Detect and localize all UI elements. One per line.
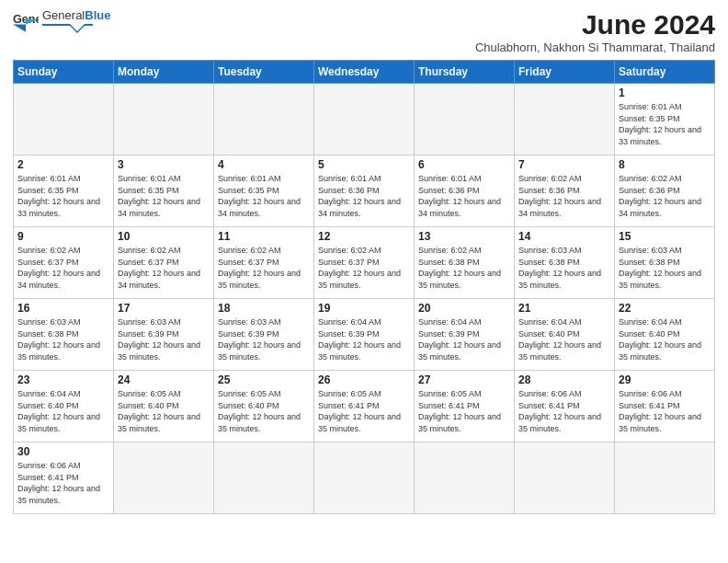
day-6: 6 Sunrise: 6:01 AMSunset: 6:36 PMDayligh… (415, 155, 515, 227)
day-25: 25 Sunrise: 6:05 AMSunset: 6:40 PMDaylig… (214, 371, 314, 442)
svg-marker-3 (42, 24, 93, 33)
day-1: 1 Sunrise: 6:01 AM Sunset: 6:35 PM Dayli… (615, 84, 715, 155)
day-12: 12 Sunrise: 6:02 AMSunset: 6:37 PMDaylig… (314, 227, 415, 299)
week-row-3: 9 Sunrise: 6:02 AMSunset: 6:37 PMDayligh… (14, 227, 715, 299)
calendar-table: Sunday Monday Tuesday Wednesday Thursday… (13, 60, 715, 514)
day-8: 8 Sunrise: 6:02 AMSunset: 6:36 PMDayligh… (615, 155, 715, 227)
header-saturday: Saturday (615, 61, 715, 84)
header-monday: Monday (114, 61, 214, 84)
day-17: 17 Sunrise: 6:03 AMSunset: 6:39 PMDaylig… (114, 299, 214, 371)
empty-cell (214, 84, 314, 155)
day-19: 19 Sunrise: 6:04 AMSunset: 6:39 PMDaylig… (314, 299, 415, 371)
day-10: 10 Sunrise: 6:02 AMSunset: 6:37 PMDaylig… (114, 227, 214, 299)
empty-cell (114, 442, 214, 514)
day-30: 30 Sunrise: 6:06 AMSunset: 6:41 PMDaylig… (14, 442, 114, 514)
empty-cell (615, 442, 715, 514)
header-thursday: Thursday (415, 61, 515, 84)
week-row-4: 16 Sunrise: 6:03 AMSunset: 6:38 PMDaylig… (14, 299, 715, 371)
header-tuesday: Tuesday (214, 61, 314, 84)
day-21: 21 Sunrise: 6:04 AMSunset: 6:40 PMDaylig… (515, 299, 615, 371)
svg-marker-1 (13, 25, 26, 32)
page: General GeneralBlue June 2024 Chulabhorn… (0, 0, 728, 523)
day-28: 28 Sunrise: 6:06 AMSunset: 6:41 PMDaylig… (515, 371, 615, 442)
empty-cell (314, 84, 415, 155)
day-29: 29 Sunrise: 6:06 AMSunset: 6:41 PMDaylig… (615, 371, 715, 442)
day-2: 2 Sunrise: 6:01 AMSunset: 6:35 PMDayligh… (14, 155, 114, 227)
day-4: 4 Sunrise: 6:01 AMSunset: 6:35 PMDayligh… (214, 155, 314, 227)
day-14: 14 Sunrise: 6:03 AMSunset: 6:38 PMDaylig… (515, 227, 615, 299)
day-11: 11 Sunrise: 6:02 AMSunset: 6:37 PMDaylig… (214, 227, 314, 299)
weekday-header-row: Sunday Monday Tuesday Wednesday Thursday… (14, 61, 715, 84)
subtitle: Chulabhorn, Nakhon Si Thammarat, Thailan… (475, 40, 715, 54)
logo: General GeneralBlue (13, 9, 110, 37)
day-24: 24 Sunrise: 6:05 AMSunset: 6:40 PMDaylig… (114, 371, 214, 442)
empty-cell (515, 442, 615, 514)
day-22: 22 Sunrise: 6:04 AMSunset: 6:40 PMDaylig… (615, 299, 715, 371)
month-title: June 2024 (475, 9, 715, 40)
empty-cell (515, 84, 615, 155)
header-sunday: Sunday (14, 61, 114, 84)
logo-underline-icon (42, 20, 93, 33)
day-16: 16 Sunrise: 6:03 AMSunset: 6:38 PMDaylig… (14, 299, 114, 371)
empty-cell (415, 84, 515, 155)
empty-cell (14, 84, 114, 155)
day-13: 13 Sunrise: 6:02 AMSunset: 6:38 PMDaylig… (415, 227, 515, 299)
empty-cell (114, 84, 214, 155)
day-18: 18 Sunrise: 6:03 AMSunset: 6:39 PMDaylig… (214, 299, 314, 371)
empty-cell (214, 442, 314, 514)
empty-cell (415, 442, 515, 514)
day-26: 26 Sunrise: 6:05 AMSunset: 6:41 PMDaylig… (314, 371, 415, 442)
title-area: June 2024 Chulabhorn, Nakhon Si Thammara… (475, 9, 715, 54)
header: General GeneralBlue June 2024 Chulabhorn… (13, 9, 715, 54)
week-row-1: 1 Sunrise: 6:01 AM Sunset: 6:35 PM Dayli… (14, 84, 715, 155)
day-27: 27 Sunrise: 6:05 AMSunset: 6:41 PMDaylig… (415, 371, 515, 442)
day-15: 15 Sunrise: 6:03 AMSunset: 6:38 PMDaylig… (615, 227, 715, 299)
header-friday: Friday (515, 61, 615, 84)
day-23: 23 Sunrise: 6:04 AMSunset: 6:40 PMDaylig… (14, 371, 114, 442)
empty-cell (314, 442, 415, 514)
week-row-2: 2 Sunrise: 6:01 AMSunset: 6:35 PMDayligh… (14, 155, 715, 227)
day-9: 9 Sunrise: 6:02 AMSunset: 6:37 PMDayligh… (14, 227, 114, 299)
day-3: 3 Sunrise: 6:01 AMSunset: 6:35 PMDayligh… (114, 155, 214, 227)
week-row-5: 23 Sunrise: 6:04 AMSunset: 6:40 PMDaylig… (14, 371, 715, 442)
generalblue-logo-icon: General (13, 10, 39, 36)
day-5: 5 Sunrise: 6:01 AMSunset: 6:36 PMDayligh… (314, 155, 415, 227)
week-row-6: 30 Sunrise: 6:06 AMSunset: 6:41 PMDaylig… (14, 442, 715, 514)
day-20: 20 Sunrise: 6:04 AMSunset: 6:39 PMDaylig… (415, 299, 515, 371)
day-7: 7 Sunrise: 6:02 AMSunset: 6:36 PMDayligh… (515, 155, 615, 227)
header-wednesday: Wednesday (314, 61, 415, 84)
